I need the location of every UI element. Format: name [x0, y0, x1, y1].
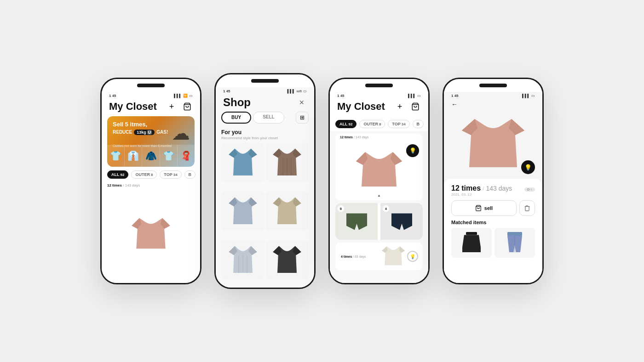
detail-user-badge: 0↑↑ — [524, 187, 535, 192]
tshirt-card: 12 times / 143 days 💡 ▲ — [335, 134, 423, 200]
tab-b-3[interactable]: B — [413, 120, 424, 128]
banner-title: Sell 5 itmes, — [113, 121, 172, 129]
shop-item-6[interactable] — [266, 240, 309, 279]
banner-kg-badge: 13kg U — [134, 130, 155, 135]
clothes-display-1 — [102, 188, 200, 283]
grid-view-button[interactable]: ⊞ — [296, 112, 309, 124]
bulb-button-detail[interactable]: 💡 — [521, 160, 535, 174]
tab-all-1[interactable]: ALL92 — [107, 170, 128, 179]
card1-main: 💡 ▲ — [335, 141, 423, 200]
detail-actions: sell — [451, 200, 535, 216]
matched-section: Matched items — [451, 220, 535, 258]
shop-item-2[interactable] — [266, 143, 309, 182]
detail-stats-row: 12 times / 143 days 0↑↑ — [451, 184, 535, 192]
status-bar-2: 1 45 ▌▌▌ wifi ▭ — [216, 87, 314, 94]
jeans-svg — [506, 232, 524, 255]
phones-container: 1 45 ▌▌▌ 🛜 ▭ My Closet + — [82, 55, 562, 307]
shirt-svg-3 — [227, 195, 259, 227]
matched-item-1[interactable] — [451, 228, 492, 258]
tab-outer-1[interactable]: OUTER8 — [131, 170, 157, 179]
lightbulb-button-1[interactable]: 💡 — [406, 144, 419, 157]
shorts-item-1[interactable]: 8 — [335, 203, 378, 240]
bag-button-1[interactable] — [182, 101, 193, 112]
wifi-icon: 🛜 — [183, 94, 188, 98]
status-time-1: 1 45 — [109, 94, 116, 98]
shop-item-4[interactable] — [266, 192, 309, 231]
bag-button-3[interactable] — [410, 101, 421, 112]
p4-header: ← — [444, 99, 542, 110]
battery-icon-4: ▭ — [531, 94, 535, 98]
signal-icon: ▌▌▌ — [174, 94, 182, 98]
p2-header: Shop ✕ — [216, 94, 314, 112]
detail-info-panel: 12 times / 143 days 0↑↑ 2021. 03. 12 — [444, 179, 542, 283]
tab-outer-3[interactable]: OUTER8 — [359, 120, 385, 128]
banner-thumb-1: 👕 — [107, 145, 125, 167]
tab-top-3[interactable]: TOP34 — [388, 120, 409, 128]
tab-top-1[interactable]: TOP34 — [160, 170, 181, 179]
expand-button-1[interactable]: ▲ — [377, 193, 381, 198]
shirt-svg-5 — [227, 244, 259, 276]
status-time-3: 1 45 — [337, 94, 345, 98]
cloud-decoration: ☁ — [172, 123, 190, 144]
phone-2-screen: 1 45 ▌▌▌ wifi ▭ Shop ✕ BUY SELL ⊞ — [216, 87, 314, 288]
banner-clothes-row: 👕 👔 🧥 👕 🧣 — [107, 145, 195, 167]
battery-icon: ▭ — [189, 94, 193, 98]
phone-2: 1 45 ▌▌▌ wifi ▭ Shop ✕ BUY SELL ⊞ — [214, 73, 316, 289]
shop-item-3[interactable] — [221, 192, 264, 231]
status-time-4: 1 45 — [451, 94, 459, 98]
header-actions-3: + — [394, 101, 421, 112]
add-button-3[interactable]: + — [394, 101, 405, 112]
tab-all-3[interactable]: ALL92 — [335, 120, 356, 128]
shorts-badge-1: 8 — [337, 205, 345, 212]
sell-button[interactable]: sell — [451, 200, 517, 216]
detail-times: 12 times — [451, 184, 481, 192]
page-title-3: My Closet — [337, 101, 385, 113]
sell-label: sell — [484, 205, 493, 211]
banner-thumb-2: 👔 — [125, 145, 142, 167]
close-button[interactable]: ✕ — [297, 97, 307, 107]
skirt-svg — [462, 232, 481, 255]
signal-icon-2: ▌▌▌ — [287, 89, 295, 93]
product-tshirt-image — [456, 112, 530, 176]
shirt-svg-1 — [227, 147, 259, 179]
banner-gas: GAS! — [156, 130, 168, 135]
phone-1: 1 45 ▌▌▌ 🛜 ▭ My Closet + — [100, 78, 201, 284]
phone-1-screen: 1 45 ▌▌▌ 🛜 ▭ My Closet + — [102, 92, 200, 283]
shop-item-5[interactable] — [221, 240, 264, 279]
lightbulb-outline[interactable]: 💡 — [407, 251, 418, 262]
banner-thumb-3: 🧥 — [142, 145, 160, 167]
add-button-1[interactable]: + — [166, 101, 177, 112]
shorts-svg-2 — [389, 211, 414, 232]
matched-item-2[interactable] — [494, 228, 535, 258]
tab-b-1[interactable]: B — [184, 170, 196, 179]
tab-buy[interactable]: BUY — [221, 112, 251, 124]
shirt-svg-2 — [271, 147, 303, 179]
shop-title: Shop — [223, 96, 251, 109]
tabs-row-3: ALL92 OUTER8 TOP34 B — [330, 116, 428, 131]
status-bar-3: 1 45 ▌▌▌ ▭ — [330, 92, 428, 99]
back-button[interactable]: ← — [451, 101, 458, 108]
delete-button[interactable] — [519, 200, 535, 216]
wifi-icon-2: wifi — [296, 89, 302, 93]
shop-items-grid — [216, 143, 314, 288]
matched-items-row — [451, 228, 535, 258]
shop-item-1[interactable] — [221, 143, 264, 182]
item-stats-1: 12 times / 143 days — [102, 181, 200, 188]
status-bar-1: 1 45 ▌▌▌ 🛜 ▭ — [102, 92, 200, 99]
shorts-badge-2: 4 — [382, 205, 390, 212]
for-you-section: For you Recommend style from your closet — [216, 127, 314, 143]
svg-rect-9 — [466, 232, 477, 235]
status-icons-2: ▌▌▌ wifi ▭ — [287, 89, 307, 93]
status-time-2: 1 45 — [223, 89, 230, 93]
shorts-item-2[interactable]: 4 — [380, 203, 423, 240]
banner-reduce-text: REDUCE — [113, 130, 132, 135]
promo-banner[interactable]: Sell 5 itmes, REDUCE 13kg U GAS! Clothes… — [107, 116, 195, 167]
detail-slash: / — [483, 186, 484, 192]
shorts-svg-1 — [344, 211, 369, 232]
phone-4-screen: 1 45 ▌▌▌ ▭ ← 💡 — [444, 92, 542, 283]
status-bar-4: 1 45 ▌▌▌ ▭ — [444, 92, 542, 99]
battery-icon-3: ▭ — [417, 94, 421, 98]
bottoms-row: 8 4 — [335, 203, 423, 240]
tshirt-card-image — [351, 147, 407, 193]
tab-sell[interactable]: SELL — [253, 112, 284, 124]
